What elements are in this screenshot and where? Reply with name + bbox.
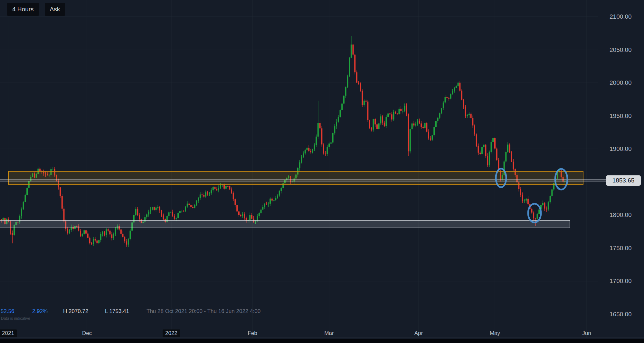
price-tick-label: 1950.00 (610, 112, 632, 120)
grid (0, 0, 598, 338)
price-tick-label: 2050.00 (610, 46, 632, 54)
current-price-line[interactable] (0, 180, 606, 182)
time-tick-label: Dec (82, 329, 92, 337)
price-type-button[interactable]: Ask (45, 3, 65, 16)
price-tick-label: 2100.00 (610, 13, 632, 21)
date-range: Thu 28 Oct 2021 20:00 - Thu 16 Jun 2022 … (147, 308, 260, 315)
change-percent: 2.92% (32, 308, 48, 315)
price-tick-label: 1750.00 (610, 244, 632, 252)
time-tick-label: Apr (414, 329, 423, 337)
period-low: L 1753.41 (105, 308, 129, 315)
price-tick-label: 2000.00 (610, 79, 632, 87)
chart-toolbar: 4 Hours Ask (7, 3, 65, 16)
timeframe-button[interactable]: 4 Hours (7, 3, 39, 16)
stats-bar: 52.56 2.92% H 2070.72 L 1753.41 Thu 28 O… (0, 308, 322, 315)
disclaimer-text: Data is indicative (1, 316, 30, 321)
current-price-label[interactable]: 1853.65 (606, 175, 641, 186)
change-value: 52.56 (1, 308, 14, 315)
candlestick-series (1, 36, 565, 247)
candlestick-chart-canvas[interactable] (0, 0, 644, 343)
time-tick-label: May (490, 329, 500, 337)
time-tick-label: Feb (248, 329, 257, 337)
support-zone[interactable] (0, 220, 570, 228)
period-high: H 2070.72 (63, 308, 88, 315)
time-tick-label: 2021 (0, 329, 17, 337)
price-tick-label: 1800.00 (610, 211, 632, 219)
bottom-strip (0, 339, 644, 343)
price-tick-label: 1700.00 (610, 277, 632, 285)
price-tick-label: 1900.00 (610, 145, 632, 153)
price-tick-label: 1650.00 (610, 310, 632, 318)
time-tick-label: Jun (582, 329, 591, 337)
time-tick-label: Mar (324, 329, 334, 337)
time-tick-label: 2022 (163, 329, 180, 337)
